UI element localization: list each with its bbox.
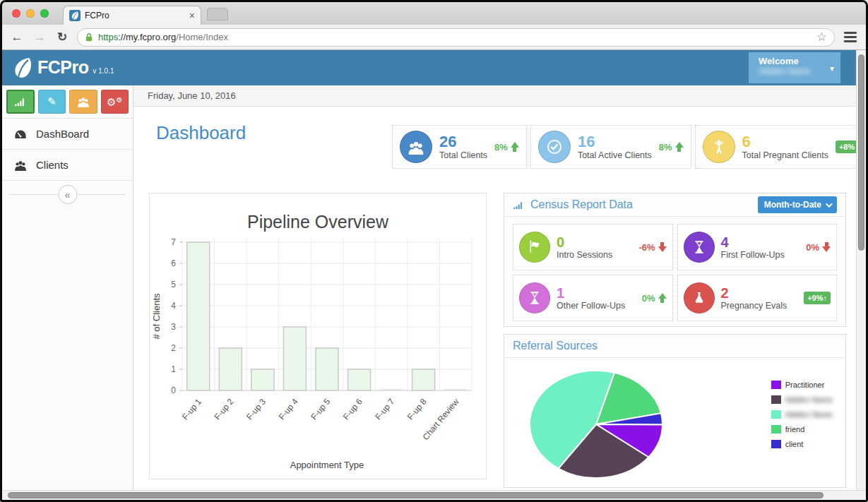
legend-item[interactable]: Hidden Name (771, 395, 833, 404)
users-icon (400, 131, 432, 163)
bar[interactable] (348, 369, 371, 390)
census-delta-badge: +9%↑ (804, 292, 831, 304)
bar-chart-icon (513, 201, 525, 210)
user-menu[interactable]: Welcome Hidden Name ▾ (749, 52, 840, 83)
census-card-pregnancy-evals: 2 Pregnancy Evals +9%↑ (677, 275, 838, 321)
chevron-down-icon: ▾ (830, 64, 834, 73)
legend-item[interactable]: Practitioner (771, 381, 833, 389)
sidebar-item-clients[interactable]: Clients (2, 150, 133, 181)
legend-swatch (771, 381, 781, 389)
legend-item[interactable]: Hidden Name (771, 410, 833, 419)
forward-icon[interactable]: → (32, 30, 47, 44)
bookmark-star-icon[interactable]: ☆ (816, 30, 827, 44)
up-arrow-icon (675, 142, 684, 152)
bar[interactable] (316, 348, 338, 390)
census-card-first-followups: 4 First Follow-Ups 0% (677, 224, 838, 270)
y-tick-label: 2 (171, 343, 176, 353)
collapse-sidebar-button[interactable]: « (58, 185, 77, 204)
horizontal-scrollbar[interactable] (2, 490, 866, 500)
hourglass-icon (519, 282, 550, 313)
legend-label: friend (785, 425, 805, 434)
bar[interactable] (444, 390, 467, 391)
y-tick-label: 5 (171, 280, 176, 289)
census-value: 0 (557, 234, 564, 250)
browser-menu-icon[interactable] (842, 30, 859, 44)
sidebar: ✎ ⚙⚙ DashBoard (2, 85, 133, 490)
main-content: Dashboard 26 Total Clients 8% (133, 107, 856, 490)
new-tab-button[interactable] (207, 8, 228, 20)
census-label: Intro Sessions (557, 250, 632, 260)
settings-quick-button[interactable]: ⚙⚙ (101, 90, 129, 114)
chevron-left-double-icon: « (65, 189, 71, 201)
census-delta: 0% (642, 293, 667, 304)
sidebar-item-label: Clients (36, 159, 69, 171)
x-tick-label: F-up 4 (277, 397, 300, 422)
address-bar[interactable]: https://my.fcpro.org/Home/Index ☆ (77, 28, 835, 47)
back-icon[interactable]: ← (9, 30, 25, 44)
bar[interactable] (283, 327, 306, 390)
bar[interactable] (251, 369, 274, 390)
sidebar-item-dashboard[interactable]: DashBoard (2, 119, 133, 150)
bar[interactable] (219, 348, 242, 390)
flag-icon (519, 232, 550, 263)
zoom-window-button[interactable] (40, 9, 49, 18)
url-protocol: https (98, 32, 118, 42)
x-axis-label: Appointment Type (290, 460, 364, 470)
census-card-intro-sessions: 0 Intro Sessions -6% (513, 224, 673, 270)
census-delta: 0% (806, 242, 831, 253)
browser-tab[interactable]: FCPro × (63, 6, 201, 25)
legend-label: Practitioner (785, 381, 825, 389)
chevron-down-icon (826, 201, 833, 208)
app-name: FCPro (37, 55, 89, 79)
users-icon (13, 160, 28, 171)
pipeline-overview-card: Pipeline Overview 01234567F-up 1F-up 2F-… (149, 193, 487, 479)
stat-card-total-active: 16 Total Active Clients 8% (530, 125, 691, 169)
sidebar-collapse-row: « (2, 181, 133, 209)
app-version: v 1.0.1 (93, 67, 114, 75)
flask-icon (684, 282, 715, 313)
minimize-window-button[interactable] (26, 9, 35, 18)
vertical-scrollbar[interactable] (856, 50, 866, 490)
users-icon (76, 96, 90, 107)
tab-title: FCPro (85, 11, 185, 20)
url-path: /Home/Index (176, 32, 228, 42)
tab-strip: FCPro × (2, 2, 866, 25)
child-icon (703, 131, 735, 163)
stat-card-total-pregnant: 6 Total Pregnant Clients +8%↑ (695, 125, 856, 169)
y-axis-label: # of Clients (151, 293, 162, 340)
vertical-scrollbar-thumb[interactable] (858, 54, 864, 251)
stat-delta: 8% (659, 142, 684, 153)
tab-close-icon[interactable]: × (189, 10, 195, 21)
horizontal-scrollbar-thumb[interactable] (8, 492, 824, 498)
x-tick-label: F-up 8 (405, 397, 429, 422)
reload-icon[interactable]: ↻ (54, 30, 70, 44)
stat-delta: 8% (494, 142, 519, 153)
y-tick-label: 7 (171, 237, 176, 247)
legend-item[interactable]: client (771, 440, 833, 448)
bar[interactable] (412, 369, 435, 390)
welcome-label: Welcome (759, 56, 824, 66)
legend-swatch (771, 395, 781, 404)
bar[interactable] (380, 390, 403, 391)
bar[interactable] (187, 242, 210, 390)
edit-quick-button[interactable]: ✎ (38, 90, 66, 114)
month-to-date-dropdown[interactable]: Month-to-Date (758, 196, 837, 213)
y-tick-label: 0 (171, 386, 176, 395)
clients-quick-button[interactable] (69, 90, 97, 114)
legend-swatch (771, 410, 781, 419)
chart-title: Pipeline Overview (150, 212, 486, 232)
stat-value: 6 (742, 133, 751, 150)
pipeline-bar-chart: 01234567F-up 1F-up 2F-up 3F-up 4F-up 5F-… (150, 232, 482, 477)
stat-delta-badge: +8%↑ (836, 141, 856, 153)
up-arrow-icon (511, 142, 519, 152)
reports-quick-button[interactable] (6, 90, 35, 114)
referral-sources-panel: Referral Sources PractitionerHidden Name… (504, 334, 846, 488)
census-report-panel: Census Report Data Month-to-Date 0 Intro… (504, 193, 846, 327)
url-text: https://my.fcpro.org/Home/Index (98, 32, 811, 42)
x-tick-label: F-up 7 (373, 397, 396, 422)
close-window-button[interactable] (12, 9, 20, 18)
gauge-icon (13, 129, 28, 140)
gears-icon: ⚙⚙ (107, 97, 122, 107)
legend-item[interactable]: friend (771, 425, 833, 434)
census-value: 4 (721, 234, 729, 250)
